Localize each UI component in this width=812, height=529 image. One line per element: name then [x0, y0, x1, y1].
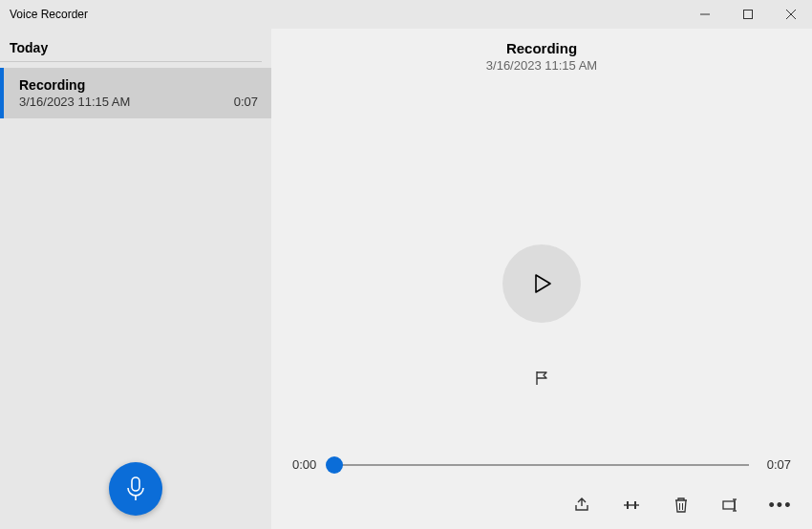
- trim-button[interactable]: [619, 493, 644, 518]
- section-header-today: Today: [0, 29, 262, 62]
- svg-rect-9: [627, 501, 629, 509]
- recording-name: Recording: [19, 77, 258, 93]
- window-controls: [683, 0, 812, 29]
- recording-duration: 0:07: [234, 95, 258, 109]
- app-window: Voice Recorder Today Recording 3/16/2023…: [0, 0, 812, 529]
- minimize-icon: [700, 10, 710, 19]
- recording-timestamp: 3/16/2023 11:15 AM: [19, 95, 130, 109]
- svg-rect-4: [132, 477, 139, 491]
- close-icon: [786, 10, 796, 19]
- svg-rect-13: [723, 501, 735, 509]
- action-bar: •••: [569, 493, 793, 518]
- svg-marker-6: [536, 275, 550, 292]
- page-title: Recording: [486, 40, 597, 56]
- total-time: 0:07: [759, 457, 791, 472]
- recording-header: Recording 3/16/2023 11:15 AM: [486, 40, 597, 73]
- svg-rect-1: [743, 11, 752, 19]
- rename-button[interactable]: [718, 493, 743, 518]
- rename-icon: [721, 497, 740, 513]
- trim-icon: [622, 497, 641, 513]
- sidebar: Today Recording 3/16/2023 11:15 AM 0:07: [0, 29, 271, 529]
- svg-rect-10: [634, 501, 636, 509]
- microphone-icon: [125, 476, 146, 501]
- recording-meta: 3/16/2023 11:15 AM 0:07: [19, 95, 258, 109]
- seek-bar: 0:00 0:07: [292, 457, 791, 472]
- current-time: 0:00: [292, 457, 325, 472]
- maximize-button[interactable]: [726, 0, 769, 29]
- flag-icon: [533, 370, 550, 387]
- window-title: Voice Recorder: [0, 8, 683, 21]
- play-icon: [529, 271, 554, 296]
- add-marker-button[interactable]: [528, 365, 555, 391]
- seek-thumb[interactable]: [326, 456, 343, 474]
- titlebar: Voice Recorder: [0, 0, 812, 29]
- share-icon: [573, 497, 590, 514]
- delete-icon: [673, 497, 689, 514]
- close-button[interactable]: [769, 0, 812, 29]
- app-body: Today Recording 3/16/2023 11:15 AM 0:07 …: [0, 29, 812, 529]
- recording-list-item[interactable]: Recording 3/16/2023 11:15 AM 0:07: [0, 68, 271, 118]
- share-button[interactable]: [569, 493, 594, 518]
- minimize-button[interactable]: [683, 0, 726, 29]
- more-icon: •••: [769, 496, 793, 516]
- play-button[interactable]: [502, 244, 581, 323]
- more-button[interactable]: •••: [768, 493, 793, 518]
- delete-button[interactable]: [669, 493, 694, 518]
- record-button[interactable]: [109, 462, 162, 516]
- main-panel: Recording 3/16/2023 11:15 AM 0:00: [271, 29, 812, 529]
- seek-track[interactable]: [334, 464, 749, 466]
- page-subtitle: 3/16/2023 11:15 AM: [486, 58, 597, 73]
- maximize-icon: [743, 10, 753, 19]
